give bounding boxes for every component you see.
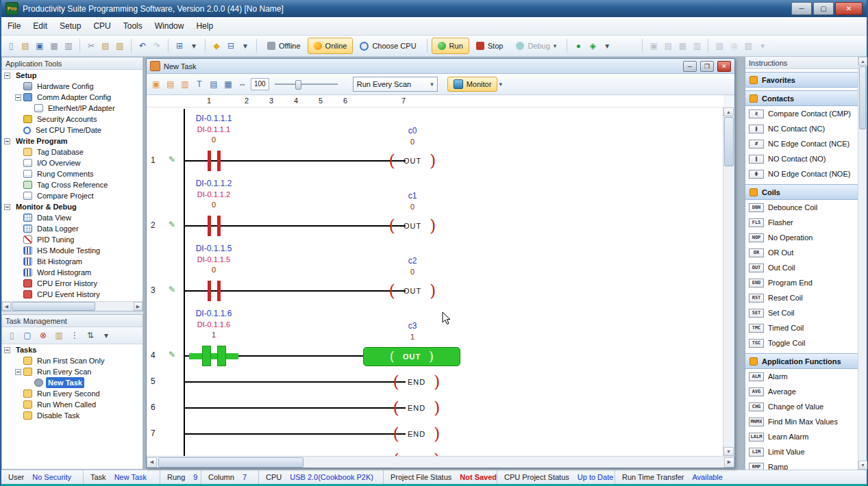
open-project-icon[interactable]: ▤ — [18, 39, 32, 53]
tools-caret[interactable]: ▾ — [756, 39, 769, 53]
instruction-item[interactable]: # NC Edge Contact (NCE) — [745, 136, 858, 151]
task-properties-icon[interactable]: ▢ — [21, 329, 34, 342]
fit-columns-icon[interactable]: ⇔ — [236, 77, 249, 91]
instruction-item[interactable]: RST Reset Coil — [745, 290, 858, 305]
debug-button[interactable]: Debug ▾ — [510, 38, 562, 54]
hotswap-caret[interactable]: ▾ — [238, 39, 252, 53]
expander-icon[interactable] — [4, 347, 10, 353]
search-icon[interactable]: ◎ — [727, 39, 741, 53]
expander-icon[interactable] — [15, 369, 21, 375]
paste-icon[interactable]: ▧ — [113, 39, 127, 53]
tree-item[interactable]: Bit Histogram — [2, 256, 142, 267]
instruction-item[interactable]: NOP No Operation — [745, 230, 858, 245]
print-icon[interactable]: ▦ — [47, 39, 61, 53]
expander-icon[interactable] — [4, 138, 10, 144]
scroll-up-icon[interactable]: ▲ — [723, 107, 734, 116]
expander-icon[interactable] — [15, 94, 21, 101]
menu-item[interactable]: Tools — [117, 17, 149, 35]
choose-cpu-button[interactable]: Choose CPU — [354, 38, 422, 54]
ladder-canvas[interactable]: 1 ✎ DI-0.1.1.1 DI-0.1.1.1 0 c0 0 (OUT — [147, 107, 723, 456]
instruction-item[interactable]: ≷ Compare Contact (CMP) — [745, 106, 858, 121]
editor-titlebar[interactable]: New Task ─ ❐ ✕ — [147, 59, 734, 74]
scrollbar-thumb[interactable] — [158, 457, 303, 468]
force-io-icon[interactable]: ▤ — [661, 39, 675, 53]
zoom-slider[interactable] — [275, 78, 338, 90]
monitor-button[interactable]: Monitor — [447, 77, 498, 92]
instruction-item[interactable]: AVG Average — [745, 384, 858, 399]
scroll-left-icon[interactable]: ◀ — [147, 457, 157, 468]
instruction-item[interactable]: TGC Toggle Coil — [745, 335, 858, 350]
delete-task-icon[interactable]: ⊗ — [36, 329, 50, 342]
run-button[interactable]: Run — [432, 38, 469, 54]
tree-item[interactable]: Data Logger — [2, 223, 142, 234]
tree-item[interactable]: Security Accounts — [2, 114, 142, 125]
instruction-item[interactable]: LALM Learn Alarm — [745, 429, 858, 444]
no-contact[interactable]: DI-0.1.1.5 DI-0.1.1.5 0 — [166, 243, 262, 301]
instruction-item[interactable]: FLS Flasher — [745, 215, 858, 230]
menu-item[interactable]: File — [1, 17, 27, 35]
statement-list-icon[interactable]: ▤ — [207, 77, 221, 91]
scroll-right-icon[interactable]: ▶ — [724, 457, 734, 468]
page-setup-icon[interactable]: ▤ — [164, 77, 177, 91]
tree-item[interactable]: Setup — [2, 70, 142, 81]
instruction-item[interactable]: ⋕ NO Edge Contact (NOE) — [745, 166, 858, 181]
compile-icon[interactable]: ⊞ — [173, 39, 186, 53]
tree-item[interactable]: Hardware Config — [2, 81, 142, 92]
out-coil[interactable]: c1 0 (OUT) — [374, 190, 451, 236]
lock-icon[interactable]: ◆ — [210, 39, 223, 53]
ladder-view-icon[interactable]: ▦ — [221, 77, 235, 91]
tree-item[interactable]: CPU Event History — [2, 289, 142, 300]
instruction-item[interactable]: MNMX Find Min Max Values — [745, 414, 858, 429]
vertical-scrollbar[interactable]: ▲ ▼ — [723, 107, 734, 456]
tree-item[interactable]: New Task — [2, 377, 142, 388]
vertical-scrollbar[interactable]: ▲ ▼ — [858, 57, 867, 470]
instruction-item[interactable]: SET Set Coil — [745, 305, 858, 320]
menu-item[interactable]: CPU — [87, 17, 116, 35]
help-icon[interactable]: ▨ — [741, 39, 755, 53]
instruction-item[interactable]: LIM Limit Value — [745, 444, 858, 459]
tree-item[interactable]: EtherNet/IP Adapter — [2, 103, 142, 114]
offline-button[interactable]: Offline — [261, 38, 307, 54]
copy-icon[interactable]: ▤ — [99, 39, 112, 53]
cut-icon[interactable]: ✂ — [84, 39, 98, 53]
save-project-icon[interactable]: ▣ — [33, 39, 47, 53]
editor-restore-button[interactable]: ❐ — [700, 61, 714, 72]
no-contact[interactable]: DI-0.1.1.2 DI-0.1.1.2 0 — [166, 178, 262, 236]
data-monitor-icon[interactable]: ▣ — [647, 39, 660, 53]
hotswap-icon[interactable]: ⊟ — [224, 39, 238, 53]
print-preview-icon[interactable]: ▥ — [62, 39, 75, 53]
redo-icon[interactable]: ↷ — [150, 39, 164, 53]
instruction-item[interactable]: TMC Timed Coil — [745, 320, 858, 335]
new-task-icon[interactable]: ▯ — [5, 329, 18, 342]
section-header-contacts[interactable]: Contacts — [745, 90, 858, 106]
online-button[interactable]: Online — [308, 38, 354, 54]
print-view-icon[interactable]: ▣ — [149, 77, 163, 91]
instruction-item[interactable]: OUT Out Coil — [745, 260, 858, 275]
rung-select-icon[interactable]: ▥ — [178, 77, 192, 91]
out-coil[interactable]: c3 1 (OUT) — [374, 320, 451, 366]
tree-item[interactable]: Run When Called — [2, 399, 142, 410]
instruction-item[interactable]: ∥ NO Contact (NO) — [745, 151, 858, 166]
tree-item[interactable]: Monitor & Debug — [2, 201, 142, 212]
editor-close-button[interactable]: ✕ — [717, 61, 731, 72]
tree-item[interactable]: Compare Project — [2, 190, 142, 201]
scrollbar-thumb[interactable] — [724, 117, 734, 166]
tree-item[interactable]: Run Every Second — [2, 388, 142, 399]
tree-item[interactable]: Tag Database — [2, 146, 142, 157]
tree-item[interactable]: Tasks — [2, 344, 142, 355]
no-contact[interactable]: DI-0.1.1.1 DI-0.1.1.1 0 — [166, 113, 262, 171]
tree-item[interactable]: HS Module Testing — [2, 245, 142, 256]
instruction-item[interactable]: RMP Ramp — [745, 459, 858, 470]
send-project-icon[interactable]: ◈ — [586, 39, 599, 53]
scroll-down-icon[interactable]: ▼ — [858, 461, 867, 470]
menu-item[interactable]: Setup — [53, 17, 87, 35]
out-coil[interactable]: c2 0 (OUT) — [374, 255, 451, 301]
tree-item[interactable]: CPU Error History — [2, 278, 142, 289]
menu-item[interactable]: Help — [190, 17, 219, 35]
scroll-up-icon[interactable]: ▲ — [858, 57, 867, 66]
tree-item[interactable]: Tag Cross Reference — [2, 179, 142, 190]
compile-caret[interactable]: ▾ — [187, 39, 201, 53]
monitor-caret-icon[interactable]: ▾ — [499, 81, 502, 88]
transfer-caret[interactable]: ▾ — [600, 39, 614, 53]
maximize-button[interactable]: ▢ — [813, 2, 834, 15]
